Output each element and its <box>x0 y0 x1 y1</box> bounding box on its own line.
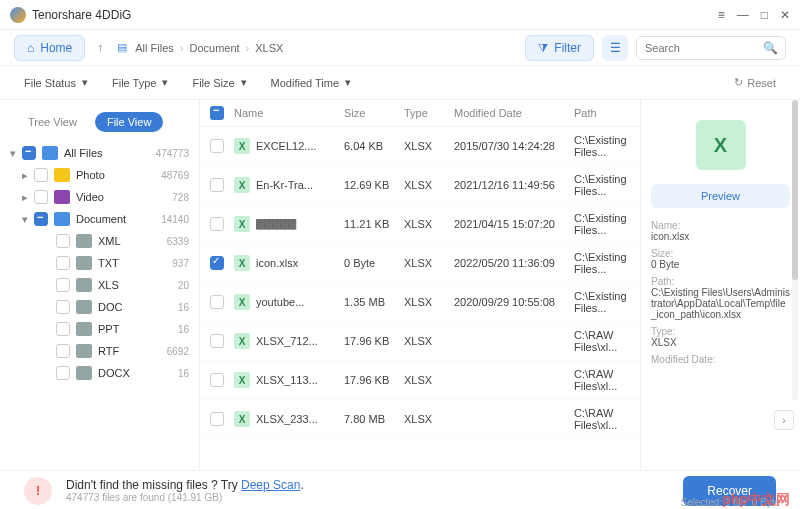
sidebar-item-txt[interactable]: TXT 937 <box>4 252 195 274</box>
filter-button[interactable]: ⧩ Filter <box>525 35 594 61</box>
tree-count: 48769 <box>161 170 189 181</box>
cell-date: 2020/09/29 10:55:08 <box>454 296 574 308</box>
preview-button[interactable]: Preview <box>651 184 790 208</box>
table-row[interactable]: X icon.xlsx 0 Byte XLSX 2022/05/20 11:36… <box>200 244 640 283</box>
tree-count: 16 <box>178 302 189 313</box>
cell-path: C:\Existing Files... <box>574 251 630 275</box>
tree-checkbox[interactable] <box>34 212 48 226</box>
table-row[interactable]: X XLSX_712... 17.96 KB XLSX C:\RAW Files… <box>200 322 640 361</box>
row-checkbox[interactable] <box>210 256 224 270</box>
cell-size: 0 Byte <box>344 257 404 269</box>
tree-count: 728 <box>172 192 189 203</box>
app-title: Tenorshare 4DDiG <box>32 8 131 22</box>
modified-time-filter[interactable]: Modified Time▾ <box>271 76 351 89</box>
sidebar-item-ppt[interactable]: PPT 16 <box>4 318 195 340</box>
breadcrumb-item[interactable]: XLSX <box>255 42 283 54</box>
table-row[interactable]: X XLSX_233... 7.80 MB XLSX C:\RAW Files\… <box>200 400 640 439</box>
preview-next-button[interactable]: › <box>774 410 794 430</box>
col-type[interactable]: Type <box>404 107 454 119</box>
nav-up-icon[interactable]: ↑ <box>93 37 107 59</box>
col-path[interactable]: Path <box>574 107 630 119</box>
tree-checkbox[interactable] <box>56 234 70 248</box>
col-date[interactable]: Modified Date <box>454 107 574 119</box>
tree-checkbox[interactable] <box>56 278 70 292</box>
cell-path: C:\Existing Files... <box>574 212 630 236</box>
table-row[interactable]: X ▓▓▓▓▓ 11.21 KB XLSX 2021/04/15 15:07:2… <box>200 205 640 244</box>
funnel-icon: ⧩ <box>538 41 548 55</box>
pv-path-label: Path: <box>651 276 790 287</box>
tree-label: PPT <box>98 323 178 335</box>
row-checkbox[interactable] <box>210 373 224 387</box>
row-checkbox[interactable] <box>210 334 224 348</box>
tab-tree-view[interactable]: Tree View <box>16 112 89 132</box>
xlsx-icon: X <box>234 411 250 427</box>
breadcrumb-item[interactable]: Document <box>189 42 239 54</box>
deep-scan-link[interactable]: Deep Scan <box>241 478 300 492</box>
pv-type: XLSX <box>651 337 790 348</box>
minimize-icon[interactable]: — <box>737 8 749 22</box>
col-name[interactable]: Name <box>234 107 344 119</box>
row-checkbox[interactable] <box>210 178 224 192</box>
row-checkbox[interactable] <box>210 295 224 309</box>
maximize-icon[interactable]: □ <box>761 8 768 22</box>
file-type-filter[interactable]: File Type▾ <box>112 76 168 89</box>
row-checkbox[interactable] <box>210 412 224 426</box>
table-row[interactable]: X youtube... 1.35 MB XLSX 2020/09/29 10:… <box>200 283 640 322</box>
xlsx-icon: X <box>234 372 250 388</box>
tree-checkbox[interactable] <box>56 366 70 380</box>
file-size-filter[interactable]: File Size▾ <box>192 76 246 89</box>
sidebar-item-document[interactable]: ▾ Document 14140 <box>4 208 195 230</box>
reset-button[interactable]: ↻Reset <box>734 76 776 89</box>
select-all-checkbox[interactable] <box>210 106 224 120</box>
tree-checkbox[interactable] <box>22 146 36 160</box>
tree-checkbox[interactable] <box>56 256 70 270</box>
tree-checkbox[interactable] <box>56 344 70 358</box>
cell-date: 2015/07/30 14:24:28 <box>454 140 574 152</box>
table-row[interactable]: X EXCEL12.... 6.04 KB XLSX 2015/07/30 14… <box>200 127 640 166</box>
home-button[interactable]: ⌂ Home <box>14 35 85 61</box>
sidebar-item-all-files[interactable]: ▾ All Files 474773 <box>4 142 195 164</box>
chevron-down-icon: ▾ <box>241 76 247 89</box>
scrollbar[interactable] <box>792 100 798 400</box>
row-checkbox[interactable] <box>210 139 224 153</box>
sidebar-item-docx[interactable]: DOCX 16 <box>4 362 195 384</box>
breadcrumb-item[interactable]: All Files <box>135 42 174 54</box>
sidebar-item-rtf[interactable]: RTF 6692 <box>4 340 195 362</box>
toolbar: ⌂ Home ↑ ▤ All Files › Document › XLSX ⧩… <box>0 30 800 66</box>
tree-label: XML <box>98 235 167 247</box>
pv-mod-label: Modified Date: <box>651 354 790 365</box>
sidebar-item-xls[interactable]: XLS 20 <box>4 274 195 296</box>
file-status-filter[interactable]: File Status▾ <box>24 76 88 89</box>
tab-file-view[interactable]: File View <box>95 112 163 132</box>
footer: ! Didn't find the missing files ? Try De… <box>0 470 800 509</box>
chevron-right-icon: › <box>246 42 250 54</box>
tree-checkbox[interactable] <box>34 190 48 204</box>
chevron-icon: ▸ <box>22 191 34 204</box>
cell-name: XLSX_233... <box>256 413 344 425</box>
chevron-right-icon: › <box>180 42 184 54</box>
tree-label: Photo <box>76 169 161 181</box>
tree-checkbox[interactable] <box>34 168 48 182</box>
tree-checkbox[interactable] <box>56 300 70 314</box>
close-icon[interactable]: ✕ <box>780 8 790 22</box>
cell-type: XLSX <box>404 179 454 191</box>
sidebar-item-doc[interactable]: DOC 16 <box>4 296 195 318</box>
list-view-toggle[interactable]: ☰ <box>602 35 628 61</box>
folder-icon <box>76 322 92 336</box>
menu-icon[interactable]: ≡ <box>718 8 725 22</box>
file-list: Name Size Type Modified Date Path X EXCE… <box>200 100 640 470</box>
table-row[interactable]: X En-Kr-Tra... 12.69 KB XLSX 2021/12/16 … <box>200 166 640 205</box>
sidebar-item-video[interactable]: ▸ Video 728 <box>4 186 195 208</box>
scrollbar-thumb[interactable] <box>792 100 798 280</box>
folder-icon <box>54 168 70 182</box>
sidebar-item-photo[interactable]: ▸ Photo 48769 <box>4 164 195 186</box>
sidebar-item-xml[interactable]: XML 6339 <box>4 230 195 252</box>
cell-name: EXCEL12.... <box>256 140 344 152</box>
tree-checkbox[interactable] <box>56 322 70 336</box>
search-icon[interactable]: 🔍 <box>763 41 778 55</box>
tree-label: Document <box>76 213 161 225</box>
row-checkbox[interactable] <box>210 217 224 231</box>
tree-count: 937 <box>172 258 189 269</box>
table-row[interactable]: X XLSX_113... 17.96 KB XLSX C:\RAW Files… <box>200 361 640 400</box>
col-size[interactable]: Size <box>344 107 404 119</box>
